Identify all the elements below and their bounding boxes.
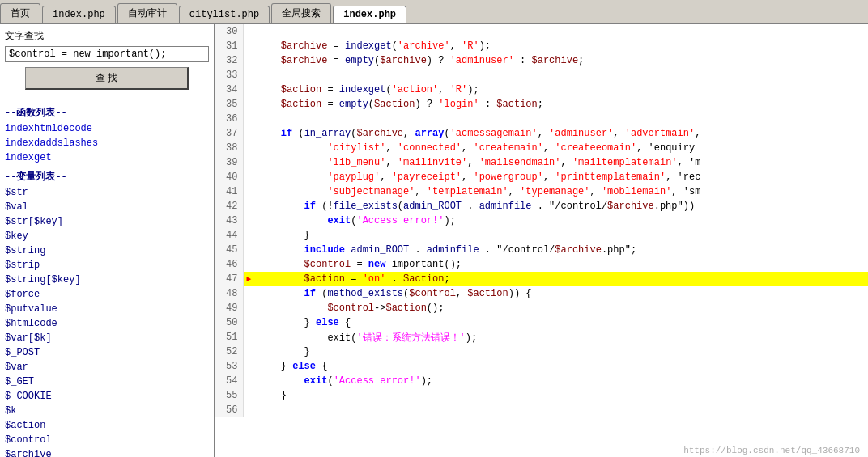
line-code: $action = 'on' . $action; <box>254 272 868 286</box>
line-arrow <box>243 170 254 184</box>
line-number: 45 <box>215 243 243 257</box>
var-item-7[interactable]: $force <box>5 287 209 302</box>
line-number: 37 <box>215 126 243 141</box>
line-number: 55 <box>215 388 243 403</box>
line-number: 53 <box>215 359 243 374</box>
var-item-10[interactable]: $var[$k] <box>5 331 209 345</box>
line-code: $action = empty($action) ? 'login' : $ac… <box>254 97 868 112</box>
var-item-1[interactable]: $val <box>5 200 209 214</box>
line-arrow <box>243 83 254 97</box>
table-row: 44 } <box>215 228 868 243</box>
line-code: } <box>254 388 868 403</box>
left-panel: 文字查找 查 找 --函数列表-- indexhtmldecode indexd… <box>0 24 215 457</box>
line-code: } <box>254 228 868 243</box>
table-row: 49 $control->$action(); <box>215 301 868 315</box>
table-row: 34 $action = indexget('action', 'R'); <box>215 83 868 97</box>
line-number: 43 <box>215 214 243 228</box>
line-number: 42 <box>215 199 243 214</box>
table-row: 38 'citylist', 'connected', 'createmain'… <box>215 141 868 155</box>
tab-citylist[interactable]: citylist.php <box>179 6 270 23</box>
line-code: 'lib_menu', 'mailinvite', 'mailsendmain'… <box>254 155 868 170</box>
line-code: exit('Access error!'); <box>254 374 868 388</box>
func-item-0[interactable]: indexhtmldecode <box>5 121 209 136</box>
table-row: 53 } else { <box>215 359 868 374</box>
var-item-17[interactable]: $control <box>5 433 209 447</box>
line-code: exit('Access error!'); <box>254 214 868 228</box>
table-row: 36 <box>215 112 868 126</box>
line-number: 48 <box>215 286 243 301</box>
table-row: 48 if (method_exists($control, $action))… <box>215 286 868 301</box>
tab-global-search[interactable]: 全局搜索 <box>271 3 331 23</box>
code-panel[interactable]: 30 31 $archive = indexget('archive', 'R'… <box>215 24 868 457</box>
var-item-12[interactable]: $var <box>5 360 209 374</box>
var-item-2[interactable]: $str[$key] <box>5 214 209 229</box>
line-code <box>254 68 868 83</box>
search-input[interactable] <box>5 46 209 62</box>
tab-home[interactable]: 首页 <box>0 3 40 23</box>
var-item-14[interactable]: $_COOKIE <box>5 389 209 404</box>
search-section: 文字查找 查 找 <box>5 29 209 95</box>
line-code: exit('错误：系统方法错误！'); <box>254 330 868 345</box>
func-item-1[interactable]: indexdaddslashes <box>5 136 209 150</box>
table-row: 37 if (in_array($archive, array('acmessa… <box>215 126 868 141</box>
main-content: 文字查找 查 找 --函数列表-- indexhtmldecode indexd… <box>0 24 868 457</box>
table-row: 54 exit('Access error!'); <box>215 374 868 388</box>
func-item-2[interactable]: indexget <box>5 150 209 165</box>
line-code: if (in_array($archive, array('acmessagem… <box>254 126 868 141</box>
var-item-13[interactable]: $_GET <box>5 374 209 389</box>
var-item-0[interactable]: $str <box>5 185 209 200</box>
var-item-5[interactable]: $strip <box>5 258 209 273</box>
line-number: 44 <box>215 228 243 243</box>
table-row: 35 $action = empty($action) ? 'login' : … <box>215 97 868 112</box>
table-row: 47► $action = 'on' . $action; <box>215 272 868 286</box>
code-table: 30 31 $archive = indexget('archive', 'R'… <box>215 24 868 417</box>
line-number: 31 <box>215 39 243 53</box>
line-arrow: ► <box>243 272 254 286</box>
tab-index-php-2[interactable]: index.php <box>333 6 406 23</box>
line-arrow <box>243 315 254 330</box>
table-row: 39 'lib_menu', 'mailinvite', 'mailsendma… <box>215 155 868 170</box>
var-item-18[interactable]: $archive <box>5 447 209 457</box>
line-code: if (method_exists($control, $action)) { <box>254 286 868 301</box>
var-item-3[interactable]: $key <box>5 229 209 243</box>
var-item-8[interactable]: $putvalue <box>5 302 209 316</box>
var-item-4[interactable]: $string <box>5 243 209 258</box>
table-row: 42 if (!file_exists(admin_ROOT . adminfi… <box>215 199 868 214</box>
tab-index-php-1[interactable]: index.php <box>42 6 116 23</box>
tab-auto-audit[interactable]: 自动审计 <box>117 3 177 23</box>
line-arrow <box>243 68 254 83</box>
line-arrow <box>243 228 254 243</box>
line-arrow <box>243 53 254 68</box>
line-code: $archive = indexget('archive', 'R'); <box>254 39 868 53</box>
line-code: if (!file_exists(admin_ROOT . adminfile … <box>254 199 868 214</box>
line-code <box>254 24 868 39</box>
var-item-6[interactable]: $string[$key] <box>5 273 209 287</box>
line-number: 30 <box>215 24 243 39</box>
line-arrow <box>243 301 254 315</box>
line-arrow <box>243 199 254 214</box>
table-row: 46 $control = new important(); <box>215 257 868 272</box>
tab-bar: 首页 index.php 自动审计 citylist.php 全局搜索 inde… <box>0 0 868 24</box>
var-item-16[interactable]: $action <box>5 418 209 433</box>
var-item-15[interactable]: $k <box>5 404 209 418</box>
vars-title: --变量列表-- <box>5 170 209 184</box>
line-code <box>254 403 868 417</box>
search-button[interactable]: 查 找 <box>25 67 189 90</box>
line-number: 36 <box>215 112 243 126</box>
var-item-11[interactable]: $_POST <box>5 345 209 360</box>
line-arrow <box>243 359 254 374</box>
line-code <box>254 112 868 126</box>
line-code: 'payplug', 'payreceipt', 'powergroup', '… <box>254 170 868 184</box>
line-arrow <box>243 243 254 257</box>
line-code: } <box>254 345 868 359</box>
line-code: } else { <box>254 315 868 330</box>
search-label: 文字查找 <box>5 29 209 43</box>
line-number: 41 <box>215 184 243 199</box>
var-item-9[interactable]: $htmlcode <box>5 316 209 331</box>
table-row: 30 <box>215 24 868 39</box>
table-row: 51 exit('错误：系统方法错误！'); <box>215 330 868 345</box>
table-row: 56 <box>215 403 868 417</box>
line-number: 32 <box>215 53 243 68</box>
line-arrow <box>243 126 254 141</box>
table-row: 43 exit('Access error!'); <box>215 214 868 228</box>
